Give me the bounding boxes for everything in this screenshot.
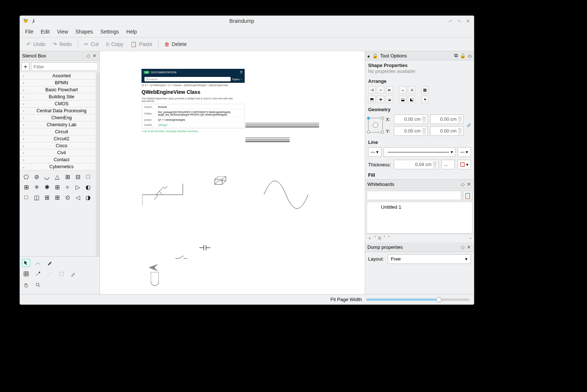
undo-button[interactable]: ↶ Undo [24, 40, 48, 49]
chevron-up-icon[interactable]: ˄ [388, 236, 390, 241]
stencil-category[interactable]: ›Basic Flowchart [20, 86, 96, 93]
scrollbar[interactable] [96, 73, 99, 256]
stencil-shape[interactable]: ⊟ [73, 172, 83, 181]
menu-file[interactable]: File [25, 29, 34, 35]
collapse-icon[interactable]: ▴ [367, 53, 370, 59]
stencil-category[interactable]: ›Cisco [20, 142, 96, 149]
align-center-h-button[interactable]: ⫟ [377, 86, 384, 93]
arrowhead-shape[interactable] [147, 264, 159, 271]
eyedropper-tool[interactable] [69, 270, 77, 278]
thickness-spinbox[interactable]: 0.04 cm [394, 160, 438, 169]
stencil-category[interactable]: ›Contact [20, 156, 96, 163]
stencil-category[interactable]: ›ChemEng [20, 114, 96, 121]
cut-button[interactable]: ✂ Cut [81, 40, 102, 49]
float-icon[interactable]: ◇ [460, 181, 466, 187]
stencil-filter-input[interactable] [31, 62, 98, 71]
chevron-down-icon[interactable]: ˅ [374, 236, 376, 241]
float-icon[interactable]: ◇ [460, 244, 466, 250]
gradient-tool[interactable] [46, 270, 54, 278]
stencil-category[interactable]: ›Chemistry Lab [20, 121, 96, 128]
whiteboard-name-input[interactable] [367, 191, 461, 200]
line-style-combo[interactable]: ▾ [384, 147, 455, 157]
add-stencil-button[interactable]: ＋ [21, 62, 29, 71]
pattern-tool[interactable] [57, 270, 66, 278]
line-color-combo[interactable]: ▾ [458, 160, 471, 169]
stencil-category[interactable]: ⌄Cybernetics [20, 163, 96, 170]
lower-button[interactable]: ⬙ [386, 96, 393, 103]
align-left-button[interactable]: ⫣ [368, 86, 375, 93]
float-icon[interactable]: ◇ [468, 53, 472, 59]
align-bottom-button[interactable]: ⫡ [408, 86, 415, 93]
close-button[interactable] [465, 18, 471, 24]
whiteboard-list[interactable]: Untitled 1 [367, 202, 472, 234]
remove-whiteboard-button[interactable]: − [469, 236, 472, 241]
stencil-category[interactable]: ›Assorted [20, 73, 96, 80]
stencil-shape[interactable]: ◁ [73, 193, 83, 202]
path-tool[interactable] [34, 259, 42, 267]
pan-tool[interactable] [22, 281, 30, 289]
redo-button[interactable]: ↷ Redo [50, 40, 74, 49]
stencil-shape[interactable]: ⊞ [63, 172, 72, 181]
switch-shape[interactable] [175, 255, 187, 259]
stencil-shape[interactable]: ⬠ [21, 172, 31, 181]
stencil-shape[interactable]: ✱ [42, 182, 52, 192]
width-spinbox[interactable]: 0.00 cm [430, 114, 464, 124]
freehand-tool[interactable] [34, 270, 42, 278]
minimize-button[interactable] [447, 18, 453, 24]
and-gate-shape[interactable] [151, 272, 159, 287]
detach-icon[interactable]: ⧉ [454, 53, 458, 59]
reference-point-selector[interactable] [368, 118, 383, 133]
lock-icon[interactable]: 🔒 [460, 53, 466, 59]
stencil-shape[interactable]: △ [52, 172, 62, 181]
lock-icon[interactable]: 🔒 [372, 53, 378, 59]
line-start-combo[interactable]: — ▾ [368, 147, 381, 157]
add-whiteboard-button[interactable]: ＋ [367, 235, 372, 241]
stencil-shape[interactable]: ◫ [32, 193, 41, 202]
maximize-button[interactable] [456, 18, 462, 24]
stencil-shape[interactable]: □ [83, 172, 93, 181]
close-icon[interactable]: ✕ [466, 181, 472, 187]
menu-help[interactable]: Help [126, 29, 137, 35]
stencil-shape[interactable]: ◡ [42, 172, 52, 181]
stencil-shape[interactable]: ⊞ [21, 182, 31, 192]
music-staff-shape[interactable] [245, 123, 319, 127]
menu-settings[interactable]: Settings [100, 29, 119, 35]
lock-aspect-icon[interactable]: 🔗 [467, 123, 471, 127]
stencil-shape[interactable]: ⊞ [52, 182, 62, 192]
menu-shapes[interactable]: Shapes [76, 29, 93, 35]
stencil-category[interactable]: ›Building Site [20, 93, 96, 100]
close-icon[interactable]: ✕ [91, 53, 97, 59]
capacitor-shape[interactable] [199, 244, 210, 251]
height-spinbox[interactable]: 0.00 cm [430, 126, 464, 136]
stencil-category[interactable]: ›Circuit2 [20, 135, 96, 142]
pin-icon[interactable] [30, 18, 36, 24]
stencil-category[interactable]: ›CMOS [20, 100, 96, 107]
stencil-shape[interactable]: ⊞ [42, 193, 52, 202]
cube-shape[interactable] [210, 176, 227, 187]
menu-view[interactable]: View [57, 29, 68, 35]
stencil-category[interactable]: ›Central Data Processing [20, 107, 96, 114]
calligraphy-tool[interactable] [46, 259, 54, 267]
stencil-shape[interactable]: ▷ [73, 182, 83, 192]
whiteboard-go-button[interactable]: 📋 [463, 191, 472, 200]
stencil-shape[interactable]: ◑ [83, 193, 93, 202]
copy-button[interactable]: ⎘ Copy [103, 40, 126, 49]
stencil-shape[interactable]: ⊙ [63, 193, 72, 202]
canvas[interactable]: Qt DOCUMENTATION ☰ 🔍 Search Topics › Qt … [100, 51, 365, 294]
chevron-down-icon[interactable]: ˅ [383, 236, 385, 241]
y-spinbox[interactable]: 0.00 cm [394, 126, 428, 136]
list-item[interactable]: Untitled 1 [368, 204, 471, 211]
stencil-shape[interactable]: ⊞ [52, 193, 62, 202]
stencil-shape[interactable]: ✳ [32, 182, 41, 192]
zoom-tool[interactable] [34, 281, 42, 289]
polyline-shape[interactable] [142, 184, 209, 206]
stencil-shape[interactable]: ◐ [83, 182, 93, 192]
bring-front-button[interactable]: ⬒ [368, 96, 375, 103]
copy-whiteboard-button[interactable]: ⎘ [378, 236, 381, 241]
stencil-shape[interactable]: ⊘ [32, 172, 41, 181]
line-end-combo[interactable]: — ▾ [458, 147, 471, 157]
stencil-shape[interactable]: □ [21, 193, 31, 202]
raise-button[interactable]: ⬘ [377, 96, 384, 103]
delete-button[interactable]: 🗑 Delete [161, 40, 189, 49]
float-icon[interactable]: ◇ [85, 53, 91, 59]
